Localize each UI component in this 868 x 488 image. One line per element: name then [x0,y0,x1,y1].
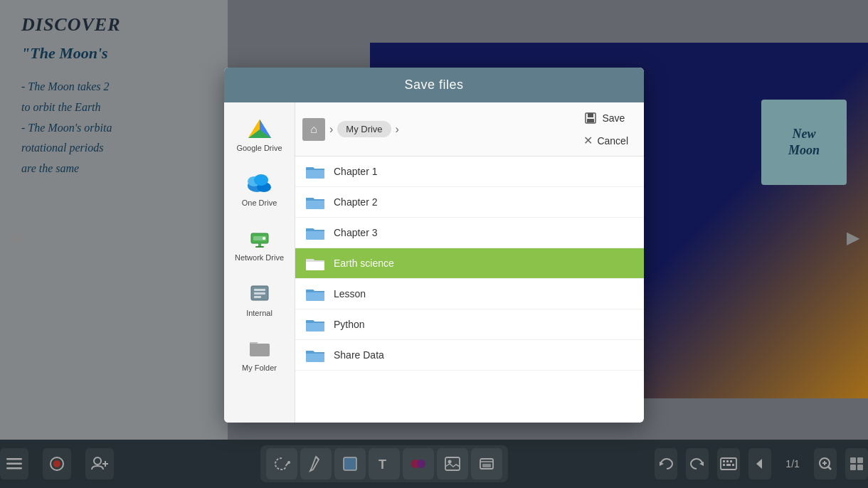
svg-rect-19 [254,292,265,295]
my-folder-label: My Folder [242,364,277,373]
one-drive-icon [247,170,272,196]
network-drive-label: Network Drive [235,253,284,262]
folder-icon-0 [305,164,325,179]
google-drive-item[interactable]: Google Drive [228,110,292,159]
svg-rect-18 [254,289,265,291]
drive-sidebar: Google Drive One Drive [224,102,295,423]
save-icon [583,111,598,125]
action-buttons: Save ✕ Cancel [578,108,637,150]
file-name-1: Chapter 2 [334,196,377,208]
network-drive-icon [247,225,272,250]
breadcrumb-my-drive[interactable]: My Drive [337,121,391,137]
google-drive-label: Google Drive [236,144,282,153]
breadcrumb-chevron-1: › [329,123,333,136]
dialog-body: Google Drive One Drive [224,102,644,423]
folder-icon-3 [305,255,325,271]
file-name-6: Share Data [334,349,384,361]
internal-icon [247,280,272,306]
home-button[interactable]: ⌂ [302,118,325,141]
save-button[interactable]: Save [578,108,634,128]
cancel-icon: ✕ [583,134,593,147]
svg-point-14 [263,237,265,240]
svg-rect-15 [258,243,261,246]
folder-icon-1 [305,194,325,210]
internal-label: Internal [246,309,272,318]
google-drive-icon [247,115,272,141]
cancel-label: Cancel [597,135,628,147]
file-row-1[interactable]: Chapter 2 [295,187,644,218]
save-files-dialog: Save files [224,68,644,423]
breadcrumb-chevron-2: › [396,123,399,136]
one-drive-item[interactable]: One Drive [228,164,292,213]
internal-item[interactable]: Internal [228,275,292,324]
svg-rect-23 [587,119,594,122]
dialog-header: Save files [224,68,644,102]
dialog-title: Save files [404,78,463,92]
file-name-0: Chapter 1 [334,166,377,177]
svg-rect-20 [254,296,261,298]
save-label: Save [602,112,625,124]
file-row-4[interactable]: Lesson [295,279,644,309]
one-drive-label: One Drive [242,198,277,208]
network-drive-item[interactable]: Network Drive [228,219,292,268]
file-row-6[interactable]: Share Data [295,340,644,371]
my-folder-icon [247,335,272,361]
file-name-3: Earth science [334,258,394,269]
cancel-button[interactable]: ✕ Cancel [578,131,634,150]
file-row-5[interactable]: Python [295,309,644,340]
folder-icon-6 [305,347,325,363]
file-row-2[interactable]: Chapter 3 [295,218,644,248]
breadcrumb-nav: ⌂ › My Drive › Save ✕ Canc [295,102,644,157]
file-row-0[interactable]: Chapter 1 [295,157,644,187]
folder-icon-2 [305,225,325,240]
folder-icon-5 [305,317,325,332]
folder-icon-4 [305,286,325,302]
my-folder-item[interactable]: My Folder [228,329,292,378]
file-name-5: Python [334,319,365,330]
svg-rect-22 [588,113,593,117]
svg-point-11 [254,174,268,186]
file-area: ⌂ › My Drive › Save ✕ Canc [295,102,644,423]
file-row-3[interactable]: Earth science [295,248,644,279]
file-list: Chapter 1 Chapter 2 Chapter 3 Earth scie… [295,157,644,423]
file-name-4: Lesson [334,288,366,299]
svg-rect-16 [255,246,264,248]
file-name-2: Chapter 3 [334,227,377,238]
